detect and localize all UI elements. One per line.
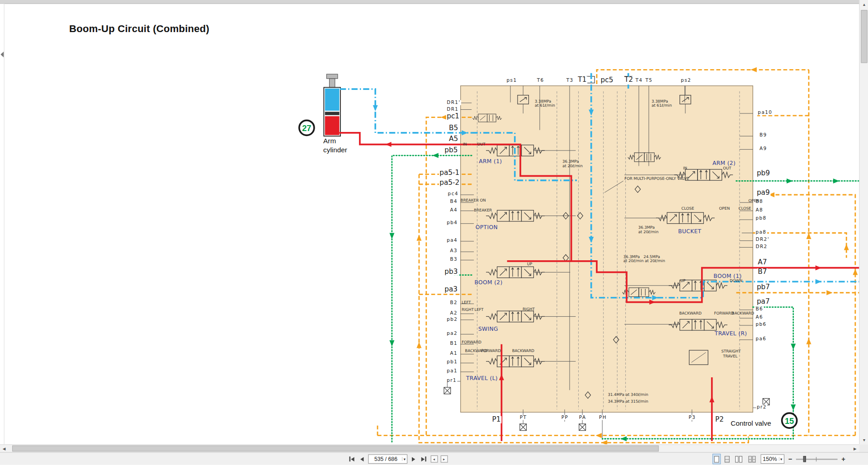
next-view-button[interactable]: ▸ xyxy=(440,456,448,463)
facing-view-button[interactable] xyxy=(734,454,744,464)
single-page-icon xyxy=(714,456,719,462)
facing-page-icon-left xyxy=(735,456,738,462)
horizontal-scroll-thumb[interactable] xyxy=(12,446,659,451)
scroll-right-button[interactable]: ▶ xyxy=(851,445,859,452)
first-page-button[interactable] xyxy=(348,456,356,463)
zoom-level-value: 150% xyxy=(763,456,777,462)
panel-collapse-handle[interactable] xyxy=(0,52,4,57)
arm-caption-line1: Arm xyxy=(323,137,347,146)
single-page-view-button[interactable] xyxy=(713,454,720,464)
window-top-edge xyxy=(0,0,868,4)
scroll-left-button[interactable]: ◀ xyxy=(0,445,8,452)
last-page-arrow-icon xyxy=(421,457,424,461)
vertical-scrollbar[interactable]: ▲ ▼ xyxy=(859,0,868,444)
continuous-page-icon xyxy=(725,456,730,462)
zoom-in-button[interactable]: + xyxy=(841,455,846,463)
viewer-toolbar: ▾ ◂ ▸ 150% ▾ − + xyxy=(0,452,868,465)
next-page-button[interactable] xyxy=(410,456,417,462)
pdf-page-canvas xyxy=(5,4,859,445)
scrollbar-corner xyxy=(859,444,868,452)
page-title: Boom-Up Circuit (Combined) xyxy=(69,23,209,35)
continuous-facing-icon-right xyxy=(752,456,755,462)
previous-page-button[interactable] xyxy=(359,456,365,462)
page-number-combo[interactable]: ▾ xyxy=(368,454,407,464)
facing-page-icon-right xyxy=(739,456,742,462)
zoom-level-combo[interactable]: 150% ▾ xyxy=(760,454,784,464)
scroll-up-button[interactable]: ▲ xyxy=(860,0,868,9)
page-number-input[interactable] xyxy=(370,456,402,462)
continuous-facing-icon-left xyxy=(749,456,752,462)
control-valve-caption: Control valve xyxy=(731,419,771,428)
last-page-button[interactable] xyxy=(420,456,428,463)
arm-caption-line2: cylinder xyxy=(323,146,347,155)
zoom-slider[interactable] xyxy=(796,456,838,463)
vertical-scroll-thumb[interactable] xyxy=(861,10,868,63)
left-panel-edge xyxy=(0,4,5,445)
previous-view-button[interactable]: ◂ xyxy=(430,456,438,463)
callout-27: 27 xyxy=(298,119,315,136)
next-page-arrow-icon xyxy=(411,457,415,461)
zoom-dropdown-caret-icon[interactable]: ▾ xyxy=(778,457,782,461)
horizontal-scrollbar[interactable]: ◀ ▶ xyxy=(0,444,859,452)
page-dropdown-caret-icon[interactable]: ▾ xyxy=(402,457,406,461)
arm-cylinder-caption: Arm cylinder xyxy=(323,137,347,155)
first-page-bar-icon xyxy=(349,456,350,461)
continuous-facing-view-button[interactable] xyxy=(747,454,757,464)
last-page-bar-icon xyxy=(425,456,426,461)
scroll-down-button[interactable]: ▼ xyxy=(860,436,868,445)
zoom-slider-center-tick xyxy=(816,457,816,461)
zoom-controls-group: 150% ▾ − + xyxy=(713,454,846,464)
pdf-viewer-window: Boom-Up Circuit (Combined) xyxy=(0,0,868,465)
zoom-out-button[interactable]: − xyxy=(788,455,793,463)
zoom-slider-track[interactable] xyxy=(796,459,838,460)
zoom-slider-handle[interactable] xyxy=(803,456,806,462)
page-navigation-group: ▾ ◂ ▸ xyxy=(348,454,448,464)
first-page-arrow-icon xyxy=(351,457,354,461)
callout-15: 15 xyxy=(781,412,798,429)
continuous-view-button[interactable] xyxy=(723,454,731,464)
previous-page-arrow-icon xyxy=(360,457,363,461)
